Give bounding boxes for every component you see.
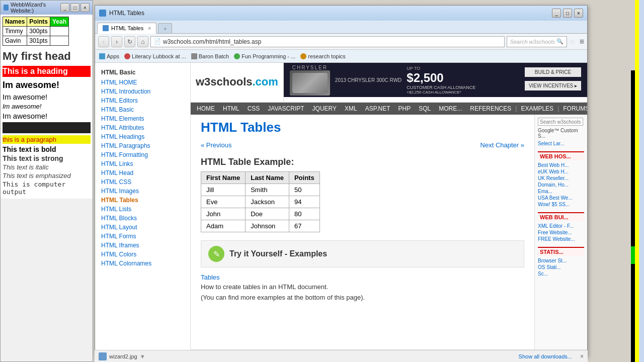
show-downloads-link[interactable]: Show all downloads... <box>519 353 572 359</box>
left-sidebar: HTML Basic HTML HOME HTML Introduction H… <box>95 63 191 354</box>
web-host-link-7[interactable]: Wow! $5 SS... <box>538 202 584 207</box>
sidebar-html-colors[interactable]: HTML Colors <box>95 250 190 259</box>
web-host-link-6[interactable]: USA Best We... <box>538 195 584 201</box>
close-download-button[interactable]: × <box>580 353 584 360</box>
sidebar-html-css[interactable]: HTML CSS <box>95 177 190 187</box>
background-window: WebbWizard's Website:) _ □ × Names Point… <box>0 0 93 362</box>
tab-new[interactable]: + <box>158 23 172 33</box>
sidebar-html-paragraphs[interactable]: HTML Paragraphs <box>95 141 190 150</box>
reload-button[interactable]: ↻ <box>124 36 135 47</box>
ad-model-text: 2013 CHRYSLER 300C RWD <box>335 77 401 83</box>
bookmark-fun[interactable]: Fun Programming - ... <box>234 53 295 59</box>
sidebar-html-iframes[interactable]: HTML Iframes <box>95 241 190 250</box>
window-controls: _ □ × <box>552 9 583 18</box>
sidebar-html-home[interactable]: HTML HOME <box>95 78 190 87</box>
address-bar[interactable]: 📄 w3schools.com/html/html_tables.asp <box>150 36 505 47</box>
nav-more[interactable]: MORE... <box>435 103 466 115</box>
bookmark-fun-label: Fun Programming - ... <box>242 53 295 59</box>
tab-close-button[interactable]: × <box>148 26 151 31</box>
web-build-link-1[interactable]: XML Editor - F... <box>538 223 584 229</box>
forward-button[interactable]: › <box>111 36 122 47</box>
cell-john-fn: John <box>201 208 246 220</box>
maximize-button[interactable]: □ <box>563 9 572 18</box>
sidebar-html-colornames[interactable]: HTML Colornames <box>95 259 190 268</box>
back-button[interactable]: ‹ <box>98 36 109 47</box>
nav-forums[interactable]: FORUMS <box>559 103 587 115</box>
select-language[interactable]: Select Lar... <box>538 141 584 146</box>
ad-banner: CHRYSLER 2013 CHRYSLER 300C RWD UP TO $2… <box>284 63 587 97</box>
tables-link[interactable]: Tables <box>201 274 524 281</box>
ad-note: +$2,250 CASH ALLOWANCE* <box>407 90 461 95</box>
nav-html[interactable]: HTML <box>219 103 244 115</box>
prev-chapter-link[interactable]: « Previous <box>201 141 231 149</box>
address-icon: 📄 <box>154 38 161 45</box>
bookmark-literacy[interactable]: Literacy Lubbock at ... <box>124 53 186 59</box>
sidebar-html-attributes[interactable]: HTML Attributes <box>95 123 190 132</box>
nav-php[interactable]: PHP <box>394 103 415 115</box>
right-sidebar: Google™ Custom S... Select Lar... WEB HO… <box>534 115 587 349</box>
google-row: Google™ Custom S... <box>538 128 584 139</box>
next-chapter-link[interactable]: Next Chapter » <box>480 141 524 149</box>
stats-link-2[interactable]: OS Stati... <box>538 264 584 270</box>
search-section: Google™ Custom S... Select Lar... <box>538 118 584 146</box>
bg-minimize[interactable]: _ <box>60 3 69 12</box>
nav-css[interactable]: CSS <box>244 103 264 115</box>
stats-link-1[interactable]: Browser St... <box>538 258 584 263</box>
web-builder-title: WEB BUI... <box>538 212 584 221</box>
w3-search-input[interactable] <box>538 118 583 126</box>
ad-build-price-button[interactable]: BUILD & PRICE <box>525 67 581 77</box>
sidebar-html-elements[interactable]: HTML Elements <box>95 114 190 123</box>
web-host-link-3[interactable]: UK Reseller... <box>538 175 584 181</box>
sidebar-html-links[interactable]: HTML Links <box>95 159 190 168</box>
nav-xml[interactable]: XML <box>341 103 361 115</box>
sidebar-html-head[interactable]: HTML Head <box>95 168 190 177</box>
sidebar-html-headings[interactable]: HTML Headings <box>95 132 190 141</box>
home-button[interactable]: ⌂ <box>137 36 148 47</box>
tab-bar: HTML Tables × + <box>95 21 587 34</box>
sidebar-html-blocks[interactable]: HTML Blocks <box>95 214 190 223</box>
bookmark-star-button[interactable]: ☆ <box>569 38 576 46</box>
bg-title: WebbWizard's Website:) <box>11 2 60 14</box>
bookmark-baron[interactable]: Baron Batch <box>191 53 229 59</box>
address-text: w3schools.com/html/html_tables.asp <box>163 38 501 45</box>
web-hosting-section: WEB HOS... Best Web H... eUK Web H... UK… <box>538 151 584 207</box>
web-host-link-4[interactable]: Domain, Ho... <box>538 182 584 188</box>
nav-jquery[interactable]: JQUERY <box>308 103 341 115</box>
page-title-plain: HTML <box>201 120 240 135</box>
web-build-link-3[interactable]: FREE Website... <box>538 236 584 242</box>
web-build-link-2[interactable]: Free Website... <box>538 230 584 235</box>
sidebar-html-editors[interactable]: HTML Editors <box>95 96 190 105</box>
nav-home[interactable]: HOME <box>193 103 219 115</box>
sidebar-html-lists[interactable]: HTML Lists <box>95 205 190 214</box>
tab-html-tables[interactable]: HTML Tables × <box>97 23 156 34</box>
web-host-link-5[interactable]: Ema... <box>538 189 584 194</box>
minimize-button[interactable]: _ <box>552 9 561 18</box>
cell-eve-fn: Eve <box>201 196 246 208</box>
bg-maximize[interactable]: □ <box>70 3 79 12</box>
browser-menu-button[interactable]: ≡ <box>580 37 584 46</box>
download-dropdown[interactable]: ▼ <box>140 353 145 359</box>
ad-view-incentives-button[interactable]: VIEW INCENTIVES ▸ <box>525 81 581 90</box>
bg-close[interactable]: × <box>80 3 90 12</box>
sidebar-html-tables[interactable]: HTML Tables <box>95 196 190 205</box>
nav-sql[interactable]: SQL <box>415 103 435 115</box>
stats-link-3[interactable]: Sc... <box>538 271 584 277</box>
bookmark-literacy-label: Literacy Lubbock at ... <box>132 53 186 59</box>
web-host-link-1[interactable]: Best Web H... <box>538 162 584 168</box>
nav-aspnet[interactable]: ASP.NET <box>361 103 394 115</box>
nav-javascript[interactable]: JAVASCRIPT <box>264 103 308 115</box>
bookmark-research[interactable]: research topics <box>300 53 346 59</box>
close-button[interactable]: × <box>574 9 583 18</box>
col-last-name: Last Name <box>246 172 289 184</box>
nav-examples[interactable]: EXAMPLES <box>517 103 557 115</box>
sidebar-html-images[interactable]: HTML Images <box>95 187 190 196</box>
sidebar-html-forms[interactable]: HTML Forms <box>95 232 190 241</box>
bookmark-apps[interactable]: Apps <box>99 53 119 59</box>
nav-references[interactable]: REFERENCES <box>466 103 515 115</box>
sidebar-html-basic[interactable]: HTML Basic <box>95 105 190 114</box>
search-bar[interactable]: Search w3schools 🔍 <box>507 36 567 47</box>
sidebar-html-formatting[interactable]: HTML Formatting <box>95 150 190 159</box>
sidebar-html-intro[interactable]: HTML Introduction <box>95 87 190 96</box>
web-host-link-2[interactable]: eUK Web H... <box>538 169 584 174</box>
sidebar-html-layout[interactable]: HTML Layout <box>95 223 190 232</box>
